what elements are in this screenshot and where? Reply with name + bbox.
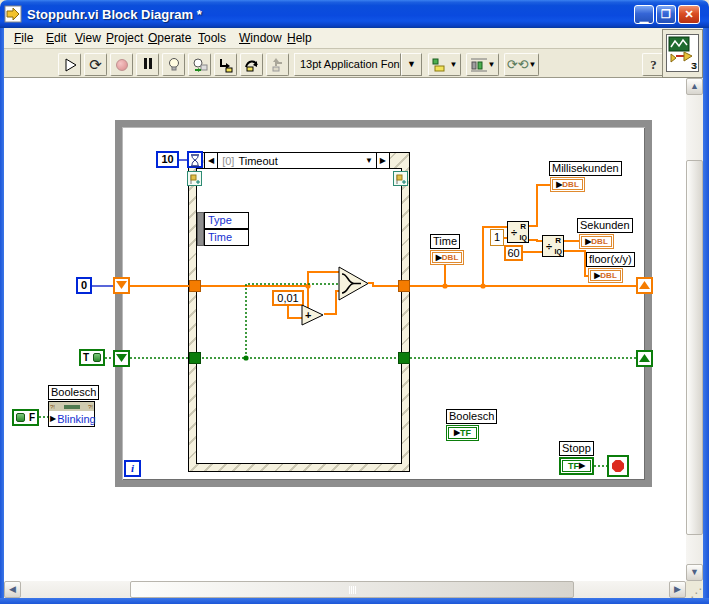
scroll-up-button[interactable]: ▲	[686, 78, 703, 95]
menu-file[interactable]: File	[12, 30, 35, 46]
select-function[interactable]	[338, 266, 370, 305]
scroll-right-button[interactable]: ▶	[669, 581, 686, 598]
false-constant[interactable]: F	[12, 409, 39, 426]
event-data-field-type[interactable]: Type	[204, 212, 249, 229]
true-constant[interactable]: T	[79, 349, 105, 366]
stop-sign-icon	[612, 460, 624, 472]
case-list-icon[interactable]: ▼	[362, 156, 376, 165]
quotient-remainder-2[interactable]: ÷ R IQ	[542, 235, 564, 257]
dynamic-event-terminal-left[interactable]	[187, 171, 202, 186]
chevron-down-icon: ▼	[528, 60, 536, 69]
scroll-down-button[interactable]: ▼	[686, 564, 703, 581]
dynamic-event-terminal-right[interactable]	[393, 171, 408, 186]
hourglass-icon	[189, 154, 201, 167]
labview-app-icon	[4, 5, 22, 23]
close-button[interactable]: ✕	[678, 5, 700, 24]
stopp-control-terminal[interactable]: TF▶	[559, 457, 594, 475]
increment-constant[interactable]: 0,01	[272, 290, 304, 306]
step-out-button[interactable]	[266, 53, 289, 76]
millisekunden-label[interactable]: Millisekunden	[549, 161, 622, 176]
arrow-up-icon: ▲	[690, 81, 699, 91]
timeout-terminal[interactable]	[187, 151, 203, 168]
vi-icon[interactable]: 3 3	[666, 34, 699, 72]
step-into-button[interactable]	[214, 53, 237, 76]
remainder-icon: R	[520, 222, 526, 231]
align-objects-button[interactable]: ▼	[428, 53, 461, 76]
boolesch-indicator-label[interactable]: Boolesch	[446, 409, 497, 424]
font-selector-dropdown[interactable]: ▼	[401, 53, 422, 76]
floor-indicator-terminal[interactable]: ▶DBL	[588, 268, 623, 283]
font-selector[interactable]: 13pt Application Font	[294, 53, 401, 76]
millisekunden-indicator-terminal[interactable]: ▶DBL	[550, 177, 585, 192]
shift-register-left-numeric[interactable]	[113, 277, 130, 294]
event-selector-header[interactable]: ◀ [0] Timeout ▼ ▶	[204, 152, 390, 169]
next-case-icon[interactable]: ▶	[377, 156, 389, 165]
tunnel-boolean-in[interactable]	[189, 352, 201, 364]
error-in-icon: ?!	[50, 404, 55, 410]
iteration-terminal[interactable]: i	[124, 460, 141, 477]
abort-button[interactable]	[110, 53, 133, 76]
zero-constant[interactable]: 0	[76, 277, 92, 294]
previous-case-icon[interactable]: ◀	[205, 156, 217, 165]
property-node[interactable]: ?! ?! ▶ Blinking	[48, 401, 95, 427]
pause-button[interactable]	[136, 53, 159, 76]
event-case-index: [0]	[222, 155, 234, 167]
tunnel-numeric-out[interactable]	[398, 280, 410, 292]
one-constant[interactable]: 1	[490, 229, 504, 246]
minimize-button[interactable]: ▁	[634, 5, 654, 24]
menu-project[interactable]: Project	[104, 30, 145, 46]
add-icon: +	[305, 309, 311, 321]
time-label[interactable]: Time	[430, 234, 460, 249]
resize-grip[interactable]	[686, 581, 703, 598]
step-over-icon	[244, 57, 260, 73]
tunnel-boolean-out[interactable]	[398, 352, 410, 364]
probe-icon	[192, 57, 208, 73]
menu-view[interactable]: View	[73, 30, 103, 46]
reorder-objects-button[interactable]: ⟳⟲▼	[504, 53, 539, 76]
integer-quotient-icon: IQ	[520, 234, 527, 241]
header-divider	[217, 153, 218, 168]
shift-register-right-boolean[interactable]	[636, 350, 653, 367]
menu-tools[interactable]: Tools	[196, 30, 228, 46]
run-button[interactable]	[58, 53, 81, 76]
distribute-objects-button[interactable]: ▼	[466, 53, 499, 76]
maximize-button[interactable]: ❒	[656, 5, 676, 24]
property-node-label[interactable]: Boolesch	[48, 385, 99, 400]
menu-operate[interactable]: Operate	[146, 30, 193, 46]
close-icon: ✕	[684, 8, 693, 20]
add-function[interactable]: +	[301, 304, 325, 330]
tunnel-numeric-in[interactable]	[189, 280, 201, 292]
event-case-name[interactable]: Timeout	[238, 155, 277, 167]
title-bar[interactable]: Stoppuhr.vi Block Diagram * ▁ ❒ ✕	[0, 0, 709, 28]
menu-window[interactable]: Window	[237, 30, 284, 46]
sekunden-label[interactable]: Sekunden	[577, 218, 633, 233]
step-into-icon	[218, 57, 234, 73]
shift-register-left-boolean[interactable]	[113, 350, 130, 367]
up-triangle-icon	[639, 281, 650, 290]
floor-label[interactable]: floor(x/y)	[586, 252, 635, 267]
step-over-button[interactable]	[240, 53, 263, 76]
run-continuously-button[interactable]: ⟳	[84, 53, 107, 76]
event-data-node-bar[interactable]	[197, 212, 204, 246]
time-indicator-terminal[interactable]: ▶DBL	[430, 250, 464, 265]
retain-wire-values-button[interactable]	[188, 53, 211, 76]
run-continuously-icon: ⟳	[89, 56, 102, 74]
vertical-scrollbar-thumb[interactable]	[686, 160, 703, 535]
shift-register-right-numeric[interactable]	[636, 277, 653, 294]
highlight-execution-button[interactable]	[162, 53, 185, 76]
event-data-field-time[interactable]: Time	[204, 229, 249, 246]
event-callback-icon	[394, 173, 407, 186]
timeout-constant[interactable]: 10	[156, 151, 179, 168]
menu-edit[interactable]: Edit	[44, 30, 69, 46]
scroll-left-button[interactable]: ◀	[4, 581, 21, 598]
horizontal-scrollbar-thumb[interactable]	[130, 581, 574, 598]
sixty-constant[interactable]: 60	[504, 245, 523, 261]
quotient-remainder-1[interactable]: ÷ R IQ	[507, 221, 529, 243]
sekunden-indicator-terminal[interactable]: ▶DBL	[579, 234, 614, 249]
loop-condition-terminal[interactable]	[607, 455, 629, 477]
property-blinking[interactable]: ▶ Blinking	[49, 411, 94, 427]
boolesch-indicator-terminal[interactable]: ▶TF	[446, 425, 479, 441]
help-icon: ?	[650, 57, 657, 73]
menu-help[interactable]: Help	[285, 30, 314, 46]
stopp-control-label[interactable]: Stopp	[559, 441, 594, 456]
